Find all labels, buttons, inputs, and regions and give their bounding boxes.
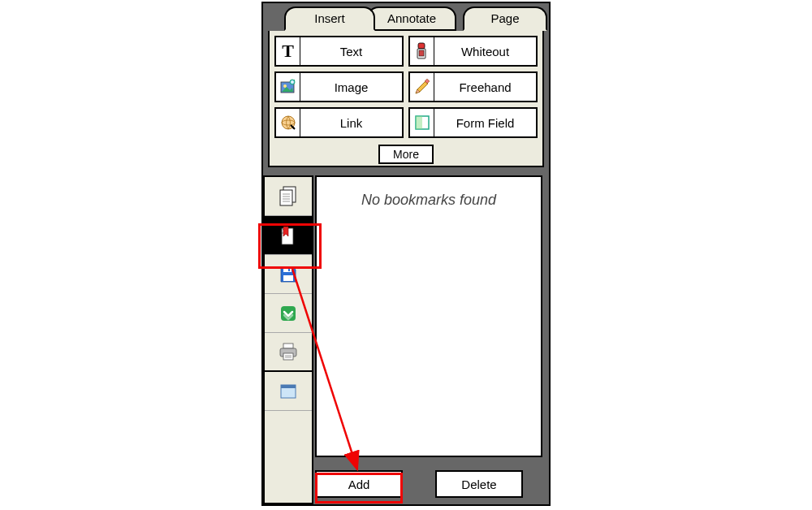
lower-panel: No bookmarks found Add Delete bbox=[263, 175, 549, 504]
link-icon bbox=[276, 109, 300, 136]
rail-save-button[interactable] bbox=[265, 255, 312, 294]
svg-rect-10 bbox=[416, 116, 422, 129]
link-tool-label: Link bbox=[300, 116, 402, 130]
svg-rect-21 bbox=[283, 344, 293, 348]
bookmarks-panel: No bookmarks found bbox=[315, 175, 542, 457]
whiteout-icon bbox=[410, 37, 434, 65]
image-icon bbox=[276, 73, 300, 101]
app-window: Insert Annotate Page T Text Whiteout bbox=[261, 2, 551, 506]
bottom-button-row: Add Delete bbox=[315, 470, 542, 501]
more-row: More bbox=[274, 145, 538, 164]
svg-rect-19 bbox=[283, 275, 293, 281]
delete-button[interactable]: Delete bbox=[435, 470, 523, 498]
save-icon bbox=[279, 265, 298, 284]
svg-rect-2 bbox=[419, 50, 424, 56]
download-icon bbox=[279, 304, 298, 323]
tab-page[interactable]: Page bbox=[463, 6, 547, 31]
rail-pages-button[interactable] bbox=[265, 177, 312, 216]
rail-bookmarks-button[interactable] bbox=[265, 216, 312, 255]
ribbon-panel: T Text Whiteout bbox=[268, 31, 544, 167]
whiteout-tool-label: Whiteout bbox=[434, 45, 536, 58]
svg-rect-17 bbox=[283, 267, 292, 272]
tab-bar: Insert Annotate Page bbox=[263, 3, 549, 31]
add-button[interactable]: Add bbox=[315, 470, 403, 498]
tab-insert[interactable]: Insert bbox=[284, 6, 375, 31]
text-icon: T bbox=[276, 37, 300, 65]
formfield-tool-button[interactable]: Form Field bbox=[408, 107, 538, 138]
rail-download-button[interactable] bbox=[265, 294, 312, 333]
rail-print-button[interactable] bbox=[265, 333, 312, 372]
freehand-icon bbox=[410, 73, 434, 101]
more-button[interactable]: More bbox=[378, 145, 434, 164]
freehand-tool-label: Freehand bbox=[434, 80, 536, 94]
text-tool-label: Text bbox=[300, 45, 402, 58]
formfield-tool-label: Form Field bbox=[434, 116, 536, 130]
tool-grid: T Text Whiteout bbox=[274, 36, 538, 138]
bookmark-icon bbox=[279, 225, 298, 246]
svg-rect-23 bbox=[283, 353, 293, 360]
bookmarks-empty-message: No bookmarks found bbox=[317, 177, 541, 223]
svg-point-4 bbox=[283, 84, 287, 88]
window-icon bbox=[280, 384, 296, 399]
text-tool-button[interactable]: T Text bbox=[274, 36, 404, 67]
pages-icon bbox=[278, 185, 299, 208]
rail-window-button[interactable] bbox=[265, 372, 312, 411]
image-tool-button[interactable]: Image bbox=[274, 71, 404, 102]
link-tool-button[interactable]: Link bbox=[274, 107, 404, 138]
svg-rect-0 bbox=[418, 43, 425, 49]
freehand-tool-button[interactable]: Freehand bbox=[408, 71, 538, 102]
svg-rect-27 bbox=[281, 385, 296, 388]
svg-rect-12 bbox=[280, 190, 292, 205]
whiteout-tool-button[interactable]: Whiteout bbox=[408, 36, 538, 67]
svg-rect-18 bbox=[288, 268, 290, 271]
print-icon bbox=[278, 342, 299, 361]
tab-annotate[interactable]: Annotate bbox=[367, 6, 456, 31]
image-tool-label: Image bbox=[300, 80, 402, 94]
left-rail bbox=[263, 175, 313, 504]
formfield-icon bbox=[410, 109, 434, 136]
